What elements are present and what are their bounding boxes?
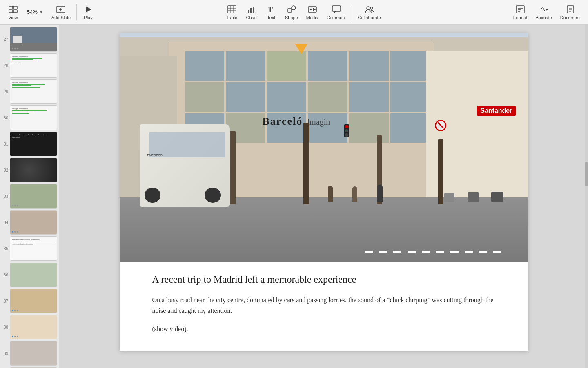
dot: [17, 310, 18, 311]
svg-marker-22: [313, 8, 316, 11]
media-button[interactable]: Media: [302, 3, 323, 22]
list-item: 36: [0, 262, 59, 288]
view-label: View: [8, 15, 18, 20]
svg-rect-26: [516, 6, 524, 13]
slide-panel: 27 28 Backlight compositio: [0, 25, 59, 368]
dots-row: [12, 205, 18, 206]
slide-thumb-34[interactable]: [10, 210, 57, 235]
dot: [14, 310, 16, 311]
canvas-area[interactable]: Barceló Imagin Santander: [59, 25, 588, 368]
view-icon: [8, 4, 18, 14]
list-item: 39: [0, 340, 59, 366]
comment-icon: [332, 4, 341, 14]
text-label: Text: [267, 15, 275, 20]
scroll-indicator[interactable]: [585, 25, 588, 368]
slide-thumb-29[interactable]: Backlight composition: [10, 79, 57, 104]
slide-note: (show video).: [152, 324, 495, 334]
collaborate-label: Collaborate: [358, 15, 381, 20]
list-item: 30 Backlight composition: [0, 105, 59, 131]
document-button[interactable]: Document: [556, 3, 585, 22]
slide-thumb-32[interactable]: [10, 158, 57, 182]
svg-rect-3: [13, 10, 17, 13]
add-slide-label: Add Slide: [51, 15, 71, 20]
list-item: 34: [0, 209, 59, 236]
dot: [17, 231, 18, 233]
svg-marker-30: [547, 8, 548, 11]
svg-rect-0: [9, 6, 13, 9]
play-button[interactable]: Play: [78, 3, 98, 22]
animate-button[interactable]: Animate: [532, 3, 556, 22]
play-label: Play: [84, 15, 92, 20]
media-label: Media: [306, 15, 318, 20]
dot: [17, 48, 18, 49]
dot: [14, 205, 16, 206]
slide-photo: Barceló Imagin Santander: [120, 33, 528, 262]
slide-thumb-39[interactable]: [10, 341, 57, 366]
format-icon: [515, 4, 525, 14]
zoom-value: 54%: [27, 9, 38, 15]
svg-rect-31: [567, 6, 574, 13]
dot: [17, 336, 18, 337]
dot: [12, 48, 13, 49]
play-icon: [83, 4, 93, 14]
slide-heading: A recent trip to Madrid left a memorable…: [152, 274, 495, 285]
document-icon: [566, 4, 575, 14]
svg-point-24: [367, 7, 370, 10]
list-item: 40: [0, 366, 59, 368]
svg-rect-18: [288, 9, 292, 12]
toolbar: View 54% ▼ Add Slide Play: [0, 0, 588, 25]
svg-marker-7: [86, 6, 91, 13]
add-slide-button[interactable]: Add Slide: [47, 3, 75, 22]
dots-row: [12, 310, 18, 311]
collaborate-button[interactable]: Collaborate: [354, 3, 385, 22]
slide-thumb-31[interactable]: How brands use sound to influence the cu…: [10, 132, 57, 156]
list-item: 38: [0, 314, 59, 340]
text-button[interactable]: T Text: [261, 3, 281, 22]
table-label: Table: [227, 15, 237, 20]
dot: [17, 205, 18, 206]
slide-thumb-38[interactable]: [10, 315, 57, 339]
document-label: Document: [560, 15, 581, 20]
slide-thumb-35[interactable]: Small text block about sound and experie…: [10, 236, 57, 261]
table-icon: [227, 4, 237, 14]
slide-thumb-30[interactable]: Backlight composition: [10, 105, 57, 130]
shape-button[interactable]: Shape: [281, 3, 302, 22]
collaborate-icon: [365, 4, 374, 14]
view-button[interactable]: View: [3, 3, 23, 22]
svg-rect-8: [228, 6, 236, 13]
format-button[interactable]: Format: [509, 3, 532, 22]
svg-rect-1: [13, 6, 17, 9]
toolbar-divider-1: [76, 4, 77, 20]
animate-icon: [539, 4, 549, 14]
chart-button[interactable]: Chart: [242, 3, 261, 22]
scroll-thumb[interactable]: [585, 162, 588, 186]
shape-icon: [287, 4, 296, 14]
slide-thumb-33[interactable]: [10, 184, 57, 209]
slide-thumb-28[interactable]: Backlight composition Lorem ipsum text: [10, 53, 57, 78]
media-icon: [307, 4, 317, 14]
slide-thumb-37[interactable]: [10, 289, 57, 313]
dots-row: [12, 48, 18, 49]
svg-rect-14: [250, 8, 252, 13]
dot: [12, 205, 13, 206]
comment-button[interactable]: Comment: [323, 3, 350, 22]
svg-rect-23: [332, 6, 341, 11]
list-item: 29 Backlight composition: [0, 79, 59, 105]
svg-rect-13: [248, 10, 249, 13]
slide-canvas: Barceló Imagin Santander: [120, 33, 528, 351]
svg-point-19: [292, 6, 296, 10]
svg-point-21: [310, 9, 312, 10]
dot-active: [12, 310, 13, 311]
svg-rect-15: [253, 7, 254, 13]
zoom-control[interactable]: 54% ▼: [23, 7, 47, 17]
slide-text-content: A recent trip to Madrid left a memorable…: [120, 262, 528, 351]
chart-icon: [247, 4, 256, 14]
svg-point-25: [370, 7, 373, 9]
slide-thumb-27[interactable]: [10, 27, 57, 52]
dots-row: [12, 336, 18, 337]
add-slide-icon: [56, 4, 66, 14]
table-button[interactable]: Table: [222, 3, 242, 22]
slide-thumb-36[interactable]: [10, 263, 57, 287]
dot-active: [12, 336, 13, 337]
animate-label: Animate: [536, 15, 552, 20]
